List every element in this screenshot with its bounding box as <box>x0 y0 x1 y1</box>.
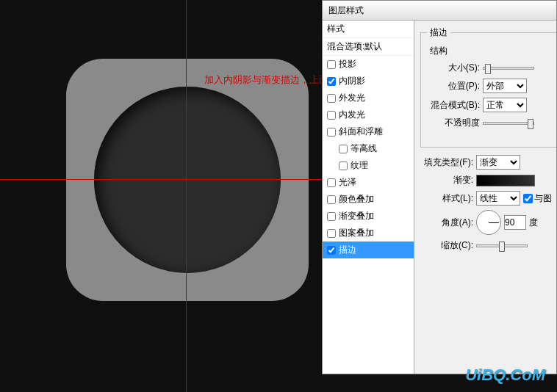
scale-label: 缩放(C): <box>420 239 473 252</box>
size-slider[interactable] <box>483 67 534 70</box>
size-label: 大小(S): <box>427 62 480 74</box>
angle-input[interactable] <box>504 215 526 230</box>
style-gradient-overlay[interactable]: 渐变叠加 <box>323 208 414 225</box>
opacity-label: 不透明度 <box>427 117 480 129</box>
style-pattern-overlay[interactable]: 图案叠加 <box>323 225 414 242</box>
style-inner-glow[interactable]: 内发光 <box>323 106 414 123</box>
style-contour[interactable]: 等高线 <box>323 140 414 157</box>
dialog-titlebar[interactable]: 图层样式 <box>323 1 556 21</box>
color-overlay-checkbox[interactable] <box>327 195 336 204</box>
styles-header[interactable]: 样式 <box>323 21 414 38</box>
blend-mode-label: 混合模式(B): <box>427 99 480 112</box>
outer-glow-checkbox[interactable] <box>327 94 336 103</box>
scale-slider[interactable] <box>476 244 528 247</box>
structure-legend: 结构 <box>427 45 450 57</box>
dialog-title: 图层样式 <box>328 5 364 15</box>
style-outer-glow[interactable]: 外发光 <box>323 90 414 106</box>
texture-checkbox[interactable] <box>339 161 348 170</box>
stroke-fieldset: 描边 结构 大小(S): 位置(P): 外部 混合模式(B): 正常 <box>420 26 556 148</box>
style-bevel[interactable]: 斜面和浮雕 <box>323 123 414 140</box>
blend-defaults-row[interactable]: 混合选项:默认 <box>323 38 414 56</box>
style-satin[interactable]: 光泽 <box>323 174 414 191</box>
layer-style-dialog: 图层样式 样式 混合选项:默认 投影 内阴影 外发光 内发光 斜面和浮雕 等高线… <box>322 0 557 374</box>
angle-unit: 度 <box>529 217 538 229</box>
inner-shadow-checkbox[interactable] <box>327 77 336 86</box>
guide-vertical[interactable] <box>186 0 187 392</box>
rounded-square-shape <box>66 59 309 301</box>
gradient-label: 渐变: <box>420 174 473 186</box>
style-inner-shadow[interactable]: 内阴影 <box>323 73 414 90</box>
style-stroke[interactable]: 描边 <box>323 242 414 258</box>
opacity-slider-thumb[interactable] <box>528 119 533 129</box>
gradient-swatch[interactable] <box>476 175 535 186</box>
align-checkbox[interactable] <box>523 194 533 203</box>
bevel-checkbox[interactable] <box>327 128 336 137</box>
style-texture[interactable]: 纹理 <box>323 157 414 174</box>
inner-glow-checkbox[interactable] <box>327 111 336 120</box>
style-drop-shadow[interactable]: 投影 <box>323 56 414 73</box>
fill-type-label: 填充类型(F): <box>420 156 473 169</box>
style-label: 样式(L): <box>420 192 473 205</box>
position-label: 位置(P): <box>427 80 480 92</box>
blend-mode-select[interactable]: 正常 <box>483 98 527 112</box>
stroke-checkbox[interactable] <box>327 246 336 255</box>
watermark: UiBQ.CoM <box>465 366 545 385</box>
scale-slider-thumb[interactable] <box>499 242 505 252</box>
style-color-overlay[interactable]: 颜色叠加 <box>323 191 414 208</box>
opacity-slider[interactable] <box>483 122 534 125</box>
satin-checkbox[interactable] <box>327 178 336 187</box>
angle-label: 角度(A): <box>420 217 473 229</box>
contour-checkbox[interactable] <box>339 145 348 153</box>
stroke-settings: 描边 结构 大小(S): 位置(P): 外部 混合模式(B): 正常 <box>414 21 556 374</box>
drop-shadow-checkbox[interactable] <box>327 60 336 69</box>
align-label: 与图 <box>534 192 552 205</box>
gradient-style-select[interactable]: 线性 <box>476 191 520 206</box>
pattern-overlay-checkbox[interactable] <box>327 229 336 238</box>
styles-list: 样式 混合选项:默认 投影 内阴影 外发光 内发光 斜面和浮雕 等高线 纹理 光… <box>323 21 414 374</box>
fill-type-select[interactable]: 渐变 <box>476 155 520 170</box>
structure-fieldset: 结构 大小(S): 位置(P): 外部 混合模式(B): 正常 不透明度 <box>427 45 553 134</box>
position-select[interactable]: 外部 <box>483 79 527 93</box>
inner-circle-shape <box>94 87 281 273</box>
size-slider-thumb[interactable] <box>485 64 491 74</box>
angle-dial[interactable] <box>476 210 501 235</box>
stroke-legend: 描边 <box>427 26 450 39</box>
gradient-overlay-checkbox[interactable] <box>327 212 336 221</box>
